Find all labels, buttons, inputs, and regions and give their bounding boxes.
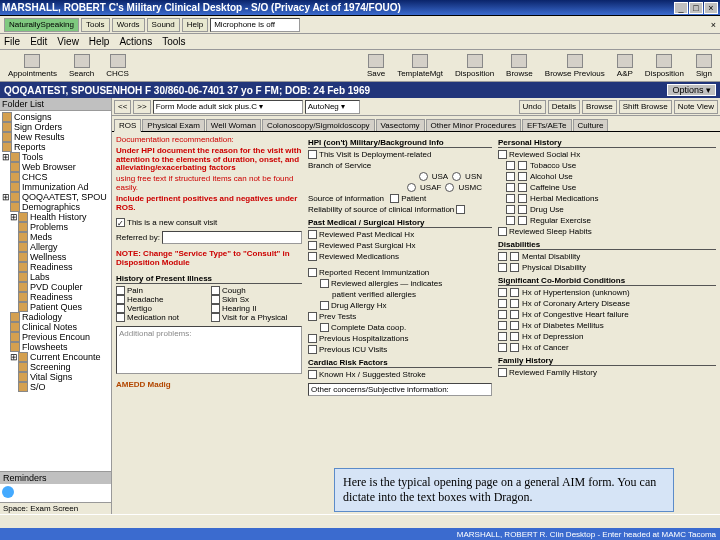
chk-chf-n[interactable] [510, 310, 519, 319]
tab-wellwoman[interactable]: Well Woman [206, 119, 261, 131]
dragon-help-button[interactable]: Help [182, 18, 208, 32]
folder-tree[interactable]: Consigns Sign Orders New Results Reports… [0, 111, 111, 471]
chk-tobacco-n[interactable] [518, 161, 527, 170]
tab-minorproc[interactable]: Other Minor Procedures [426, 119, 521, 131]
chk-skinsx[interactable] [211, 295, 220, 304]
chk-caffeine-y[interactable] [506, 183, 515, 192]
tb-anp[interactable]: A&P [613, 53, 637, 79]
chk-alcohol-y[interactable] [506, 172, 515, 181]
tree-item[interactable]: Web Browser [9, 162, 110, 172]
radio-usn[interactable] [452, 172, 461, 181]
tree-item[interactable]: Labs [17, 272, 110, 282]
chk-cad-y[interactable] [498, 299, 507, 308]
tree-item[interactable]: Demographics [9, 202, 110, 212]
tree-item[interactable]: Problems [17, 222, 110, 232]
chk-exercise-n[interactable] [518, 216, 527, 225]
chk-tobacco-y[interactable] [506, 161, 515, 170]
chk-allergy1[interactable] [320, 279, 329, 288]
nav-back-button[interactable]: << [114, 100, 131, 114]
form-mode-combo[interactable]: Form Mode adult sick plus.C ▾ [153, 100, 303, 114]
tree-item[interactable]: Sign Orders [1, 122, 110, 132]
tab-pe[interactable]: Physical Exam [142, 119, 204, 131]
dragon-tools-button[interactable]: Tools [81, 18, 110, 32]
tb-browseprev[interactable]: Browse Previous [541, 53, 609, 79]
chk-prevtests[interactable] [308, 312, 317, 321]
chk-revmeds[interactable] [308, 252, 317, 261]
chk-meds[interactable] [116, 313, 125, 322]
tree-item[interactable]: Readiness [17, 292, 110, 302]
tb-disposition[interactable]: Disposition [451, 53, 498, 79]
chk-exercise-y[interactable] [506, 216, 515, 225]
tree-item[interactable]: Vital Signs [17, 372, 110, 382]
chk-phys-n[interactable] [510, 263, 519, 272]
chk-chf-y[interactable] [498, 310, 507, 319]
nav-noteview-button[interactable]: Note View [674, 100, 718, 114]
tree-item[interactable]: Readiness [17, 262, 110, 272]
maximize-button[interactable]: □ [689, 2, 703, 14]
tb-browse[interactable]: Browse [502, 53, 537, 79]
chk-drughx[interactable] [320, 301, 329, 310]
tree-item[interactable]: Consigns [1, 112, 110, 122]
chk-physical[interactable] [211, 313, 220, 322]
radio-usmc[interactable] [445, 183, 454, 192]
nav-fwd-button[interactable]: >> [133, 100, 150, 114]
tree-item[interactable]: ⊞QOQAATEST, SPOU [1, 192, 110, 202]
radio-usa[interactable] [419, 172, 428, 181]
tb-sign[interactable]: Sign [692, 53, 716, 79]
menu-tools[interactable]: Tools [162, 36, 185, 47]
patient-options-button[interactable]: Options ▾ [667, 84, 716, 96]
chk-complete[interactable] [320, 323, 329, 332]
chk-cough[interactable] [211, 286, 220, 295]
tree-item[interactable]: Radiology [9, 312, 110, 322]
close-button[interactable]: × [704, 2, 718, 14]
tree-item[interactable]: CHCS [9, 172, 110, 182]
radio-usaf[interactable] [407, 183, 416, 192]
tree-item[interactable]: New Results [1, 132, 110, 142]
chk-drug-y[interactable] [506, 205, 515, 214]
chk-vertigo[interactable] [116, 304, 125, 313]
autoneg-combo[interactable]: AutoNeg ▾ [305, 100, 360, 114]
nav-undo-button[interactable]: Undo [519, 100, 546, 114]
chk-dm-n[interactable] [510, 321, 519, 330]
addl-problems-textarea[interactable]: Additional problems: [116, 326, 302, 374]
chk-prevhosp[interactable] [308, 334, 317, 343]
chk-caffeine-n[interactable] [518, 183, 527, 192]
tree-item[interactable]: Clinical Notes [9, 322, 110, 332]
tree-item[interactable]: Reports [1, 142, 110, 152]
dragon-sound-button[interactable]: Sound [147, 18, 180, 32]
dragon-naturallyspeaking-button[interactable]: NaturallySpeaking [4, 18, 79, 32]
tree-item[interactable]: Screening [17, 362, 110, 372]
chk-newconsult[interactable]: ✓ [116, 218, 125, 227]
chk-previcu[interactable] [308, 345, 317, 354]
chk-cad-n[interactable] [510, 299, 519, 308]
dragon-words-button[interactable]: Words [112, 18, 145, 32]
tb-chcs[interactable]: CHCS [102, 53, 133, 79]
tb-save[interactable]: Save [363, 53, 389, 79]
tb-appointments[interactable]: Appointments [4, 53, 61, 79]
tree-item[interactable]: Meds [17, 232, 110, 242]
tree-item[interactable]: Patient Ques [17, 302, 110, 312]
chk-deploy[interactable] [308, 150, 317, 159]
chk-drug-n[interactable] [518, 205, 527, 214]
tree-item[interactable]: Immunization Ad [9, 182, 110, 192]
tree-item[interactable]: ⊞Tools [1, 152, 110, 162]
chk-dep-n[interactable] [510, 332, 519, 341]
chk-psh[interactable] [308, 241, 317, 250]
chk-hearing[interactable] [211, 304, 220, 313]
menu-actions[interactable]: Actions [119, 36, 152, 47]
tab-culture[interactable]: Culture [573, 119, 609, 131]
chk-herbal-y[interactable] [506, 194, 515, 203]
chk-dep-y[interactable] [498, 332, 507, 341]
other-concerns-input[interactable] [308, 383, 492, 396]
chk-ca-n[interactable] [510, 343, 519, 352]
chk-headache[interactable] [116, 295, 125, 304]
chk-pain[interactable] [116, 286, 125, 295]
dragon-close-button[interactable]: × [711, 20, 716, 30]
tree-item[interactable]: ⊞Health History [9, 212, 110, 222]
tree-item[interactable]: Allergy [17, 242, 110, 252]
chk-pmh[interactable] [308, 230, 317, 239]
tree-item[interactable]: ⊞Current Encounte [9, 352, 110, 362]
menu-edit[interactable]: Edit [30, 36, 47, 47]
chk-ca-y[interactable] [498, 343, 507, 352]
nav-details-button[interactable]: Details [548, 100, 580, 114]
